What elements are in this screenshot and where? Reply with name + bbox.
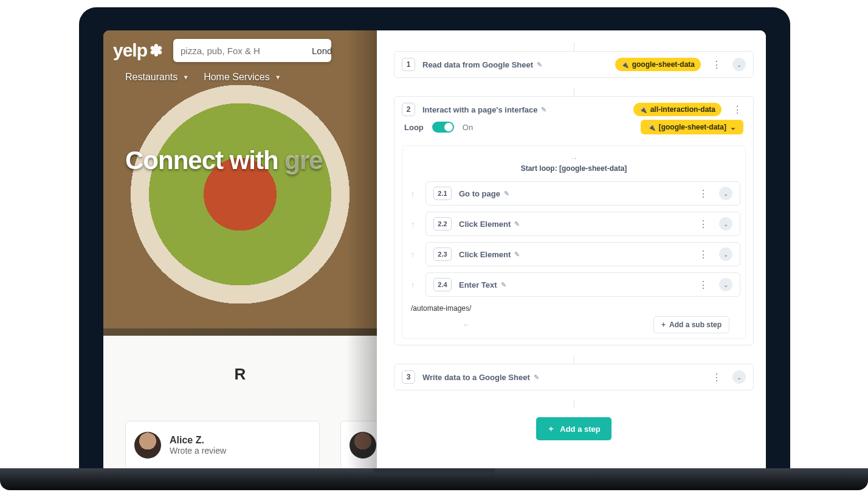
collapse-toggle[interactable]: ⌄ (719, 217, 732, 230)
sub-step-row: ↑ 2.1 Go to page ✎ ⋮ ⌄ (407, 181, 740, 206)
arrow-up-icon: ↑ (407, 250, 418, 259)
arrow-right-icon: → (407, 153, 740, 163)
connector (574, 88, 574, 96)
laptop-frame: yelp ✽ London Restaurants ▼ Home Service… (79, 7, 790, 476)
add-sub-step-button[interactable]: + Add a sub step (653, 316, 729, 333)
sub-step-number: 2.2 (433, 217, 452, 230)
sub-step-row: ↑ 2.4 Enter Text ✎ ⋮ ⌄ (407, 272, 740, 297)
yelp-panel: yelp ✽ London Restaurants ▼ Home Service… (103, 30, 377, 476)
pencil-icon[interactable]: ✎ (537, 61, 542, 69)
sub-step-title: Enter Text ✎ (459, 280, 687, 289)
hero-prefix: Connect with (125, 146, 284, 175)
loop-box: → Start loop: [google-sheet-data] ↑ 2.1 … (402, 145, 746, 339)
chevron-down-icon: ▼ (275, 74, 281, 81)
more-menu[interactable]: ⋮ (695, 188, 712, 199)
more-menu[interactable]: ⋮ (708, 372, 725, 383)
plug-icon: 🔌 (648, 124, 655, 131)
reviews-area: R Alice Z. Wrote a review (103, 336, 377, 476)
yelp-burst-icon: ✽ (150, 41, 162, 60)
yelp-header: yelp ✽ London (103, 39, 377, 62)
more-menu[interactable]: ⋮ (695, 249, 712, 260)
sub-step-card: 2.3 Click Element ✎ ⋮ ⌄ (425, 242, 740, 266)
step-card-1: 1 Read data from Google Sheet ✎ 🔌 google… (394, 51, 754, 78)
connector (574, 355, 574, 364)
workflow-panel: 1 Read data from Google Sheet ✎ 🔌 google… (377, 30, 766, 476)
review-card[interactable] (340, 421, 377, 469)
more-menu[interactable]: ⋮ (708, 59, 725, 71)
sub-step-number: 2.1 (433, 187, 452, 200)
connector (574, 400, 574, 409)
pencil-icon[interactable]: ✎ (514, 220, 520, 228)
loop-header: Loop On 🔌 [google-sheet-data] ⌄ (402, 116, 746, 142)
sub-step-title: Click Element ✎ (459, 250, 687, 259)
sub-step-card: 2.4 Enter Text ✎ ⋮ ⌄ (425, 272, 740, 297)
pencil-icon[interactable]: ✎ (514, 251, 520, 258)
pencil-icon[interactable]: ✎ (501, 281, 506, 289)
pencil-icon[interactable]: ✎ (534, 373, 539, 381)
loop-start-label: Start loop: [google-sheet-data] (407, 164, 740, 173)
screen: yelp ✽ London Restaurants ▼ Home Service… (103, 30, 766, 476)
more-menu[interactable]: ⋮ (729, 104, 746, 116)
pencil-icon[interactable]: ✎ (541, 106, 546, 114)
step-title: Interact with a page's interface ✎ (422, 105, 626, 114)
step-number: 2 (402, 103, 415, 116)
step-title: Write data to a Google Sheet ✎ (422, 373, 701, 382)
nav-label: Home Services (204, 72, 269, 83)
step-title: Read data from Google Sheet ✎ (422, 60, 608, 69)
sub-step-card: 2.2 Click Element ✎ ⋮ ⌄ (425, 212, 740, 236)
plus-icon: + (661, 320, 666, 329)
step-number: 1 (402, 58, 415, 71)
data-pill[interactable]: 🔌 google-sheet-data (615, 58, 701, 71)
sub-step-number: 2.4 (433, 278, 452, 291)
collapse-toggle[interactable]: ⌄ (719, 278, 732, 291)
collapse-toggle[interactable]: ⌄ (719, 187, 732, 200)
arrow-up-icon: ↑ (407, 189, 418, 198)
connector (574, 43, 574, 51)
sub-step-title: Click Element ✎ (459, 220, 687, 229)
sub-step-title: Go to page ✎ (459, 189, 687, 198)
chevron-down-icon: ⌄ (730, 123, 736, 131)
sub-step-row: ↑ 2.3 Click Element ✎ ⋮ ⌄ (407, 242, 740, 266)
path-text: /automate-images/ (407, 303, 740, 316)
laptop-base (0, 468, 868, 490)
arrow-left-icon: ← (462, 320, 470, 330)
step-card-3: 3 Write data to a Google Sheet ✎ ⋮ ⌄ (394, 364, 754, 390)
nav-home-services[interactable]: Home Services ▼ (204, 72, 281, 83)
add-sub-row: ← + Add a sub step (407, 316, 740, 333)
loop-toggle[interactable] (432, 122, 454, 133)
search-box: London (173, 39, 331, 62)
nav-restaurants[interactable]: Restaurants ▼ (125, 72, 189, 83)
yelp-logo[interactable]: yelp ✽ (113, 40, 162, 61)
nav-label: Restaurants (125, 72, 177, 83)
yelp-logo-text: yelp (113, 40, 147, 61)
data-pill[interactable]: 🔌 all-interaction-data (633, 103, 722, 116)
review-card[interactable]: Alice Z. Wrote a review (125, 421, 320, 469)
collapse-toggle[interactable]: ⌄ (732, 370, 746, 384)
sub-step-row: ↑ 2.2 Click Element ✎ ⋮ ⌄ (407, 212, 740, 236)
nav-row: Restaurants ▼ Home Services ▼ (103, 72, 377, 83)
search-input[interactable] (173, 46, 303, 56)
hero-text: Connect with gre (125, 146, 323, 175)
sub-step-number: 2.3 (433, 248, 452, 261)
more-menu[interactable]: ⋮ (695, 279, 712, 291)
sub-step-card: 2.1 Go to page ✎ ⋮ ⌄ (425, 181, 740, 206)
plus-icon: ＋ (547, 423, 555, 434)
step-card-2: 2 Interact with a page's interface ✎ 🔌 a… (394, 96, 754, 345)
loop-label: Loop (404, 123, 424, 132)
collapse-toggle[interactable]: ⌄ (719, 248, 732, 261)
add-step-button[interactable]: ＋ Add a step (536, 417, 611, 440)
more-menu[interactable]: ⋮ (695, 218, 712, 230)
search-location[interactable]: London (303, 46, 331, 56)
review-sub: Wrote a review (170, 446, 226, 456)
section-title: R (103, 365, 377, 384)
add-step-row: ＋ Add a step (394, 412, 754, 440)
chevron-down-icon: ▼ (182, 74, 189, 81)
hero-grey: gre (284, 146, 322, 175)
avatar (134, 432, 161, 459)
review-name: Alice Z. (170, 435, 226, 446)
collapse-toggle[interactable]: ⌄ (732, 58, 746, 71)
plug-icon: 🔌 (639, 106, 647, 113)
loop-source-pill[interactable]: 🔌 [google-sheet-data] ⌄ (641, 120, 743, 134)
step-number: 3 (402, 370, 415, 384)
pencil-icon[interactable]: ✎ (504, 190, 509, 198)
